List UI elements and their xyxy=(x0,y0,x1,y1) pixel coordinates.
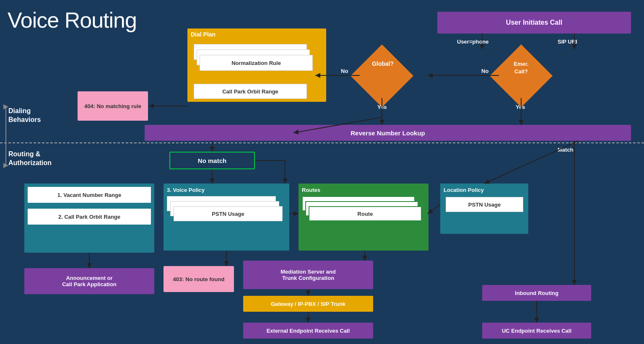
vacant-number-box: 1. Vacant Number Range xyxy=(28,187,151,203)
routes-label: Routes xyxy=(302,187,425,193)
pstn-usage-box: PSTN Usage xyxy=(174,206,283,221)
emer-call-diamond xyxy=(490,44,553,107)
no-global-label: No xyxy=(341,68,348,74)
dialing-behaviors-label: Dialing Behaviors xyxy=(8,107,41,124)
global-diamond xyxy=(351,44,413,107)
emer-call-diamond-label: Emer. Call? xyxy=(499,60,543,75)
no-matching-rule-box: 404: No matching rule xyxy=(78,91,148,121)
no-match-box: No match xyxy=(169,152,255,169)
reverse-number-lookup-box: Reverse Number Lookup xyxy=(145,125,631,141)
dial-plan-label: Dial Plan xyxy=(187,28,326,40)
route-box: Route xyxy=(309,206,422,221)
routing-authorization-label: Routing & Authorization xyxy=(8,150,52,168)
pstn-location-box: PSTN Usage xyxy=(446,197,523,212)
section-arrow xyxy=(3,103,8,170)
user-initiates-box: User Initiates Call xyxy=(437,12,631,34)
dialing-behaviors-area: 1. Vacant Number Range 2. Call Park Orbi… xyxy=(24,184,154,253)
user-phone-label: User=phone xyxy=(457,39,489,45)
call-park-orbit-box: Call Park Orbit Range xyxy=(194,84,307,99)
norm-rule-box: Normalization Rule xyxy=(200,55,313,71)
mediation-server-box: Mediation Server and Trunk Configuration xyxy=(243,261,373,289)
call-park2-box: 2. Call Park Orbit Range xyxy=(28,209,151,225)
svg-line-18 xyxy=(428,204,440,214)
inbound-routing-box: Inbound Routing xyxy=(482,285,591,301)
location-policy-label: Location Policy xyxy=(444,187,525,193)
external-endpoint-box: External Endpoint Receives Call xyxy=(243,323,373,339)
no-route-box: 403: No route found xyxy=(164,266,234,292)
no-emer-label: No xyxy=(481,68,488,74)
gateway-box: Gateway / IP-PBX / SIP Trunk xyxy=(243,296,373,312)
diagram-container: Voice Routing Dialing Behaviors Routing … xyxy=(0,0,644,344)
announcement-box: Announcement or Call Park Application xyxy=(24,268,154,294)
uc-endpoint-box: UC Endpoint Receives Call xyxy=(482,323,591,339)
yes-global-label: Yes xyxy=(377,104,387,110)
global-diamond-label: Global? xyxy=(361,60,405,67)
sip-uri-label: SIP URI xyxy=(558,39,577,45)
match-label: Match xyxy=(558,147,574,153)
page-title: Voice Routing xyxy=(8,8,137,33)
yes-emer-label: Yes xyxy=(516,104,525,110)
voice-policy-label: 3. Voice Policy xyxy=(167,187,286,193)
section-divider xyxy=(0,142,644,143)
